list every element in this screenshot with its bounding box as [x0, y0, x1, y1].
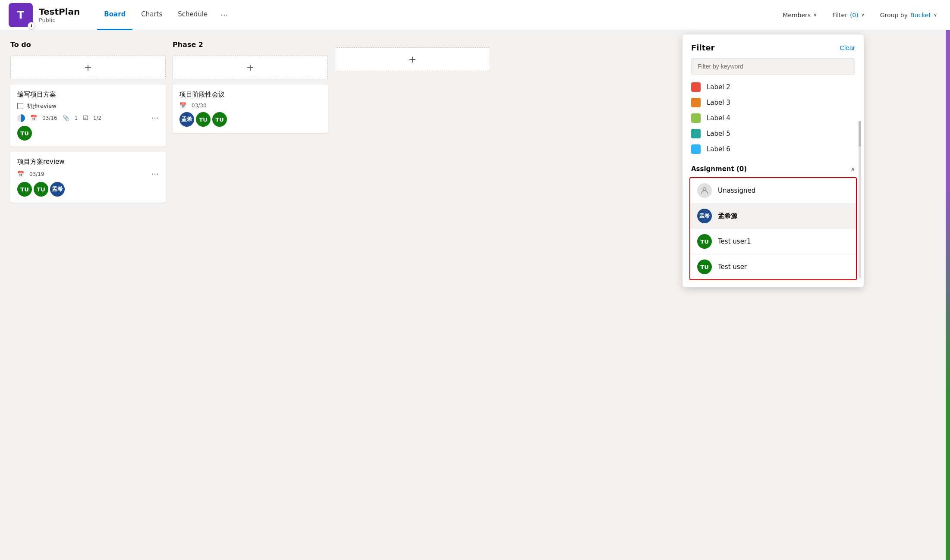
filter-scrollbar-thumb	[859, 121, 861, 147]
checkbox-icon[interactable]	[17, 103, 23, 109]
unassigned-icon	[697, 183, 712, 198]
filter-button[interactable]: Filter (0) ∨	[828, 9, 869, 21]
task-card-3: 项目阶段性会议 📅 03/30 孟希 TU TU	[173, 84, 328, 133]
filter-count: (0)	[850, 12, 859, 19]
plan-title: TestPlan	[39, 6, 80, 17]
topbar: T i TestPlan Public Board Charts Schedul…	[0, 0, 950, 30]
assignment-testuser1-label: Test user1	[718, 238, 751, 245]
task-card-3-avatars: 孟希 TU TU	[179, 112, 321, 127]
groupby-label: Group by	[880, 12, 908, 19]
task-card-1-checkbox-label: 初步review	[27, 102, 57, 110]
task-card-3-meta: 📅 03/30	[179, 102, 321, 109]
tab-board[interactable]: Board	[97, 0, 132, 30]
task-card-1-more-button[interactable]: ···	[151, 113, 159, 122]
attachment-icon: 📎	[63, 115, 69, 121]
filter-scrollbar[interactable]	[859, 121, 861, 278]
bucket-phase2: Phase 2 + 项目阶段性会议 📅 03/30 孟希 TU TU	[173, 39, 328, 133]
avatar-tu-1: TU	[17, 182, 32, 197]
assignment-chevron-icon: ∧	[851, 166, 855, 172]
nav-tabs: Board Charts Schedule ···	[97, 0, 232, 30]
groupby-button[interactable]: Group by Bucket ∨	[876, 9, 941, 21]
tab-charts[interactable]: Charts	[134, 0, 169, 30]
task-card-3-date: 03/30	[192, 103, 207, 109]
task-card-2-more-button[interactable]: ···	[151, 169, 159, 178]
calendar-icon-3: 📅	[179, 102, 186, 109]
assignment-item-unassigned[interactable]: Unassigned	[690, 178, 856, 203]
task-card-1-checkbox-row: 初步review	[17, 102, 159, 110]
assignment-mengxiyuan-label: 孟希源	[718, 212, 737, 220]
topbar-actions: Members ∨ Filter (0) ∨ Group by Bucket ∨	[778, 9, 941, 21]
label-5-dot	[691, 129, 701, 138]
task-card-1-date: 03/16	[42, 115, 57, 121]
filter-panel: Filter Clear Label 2 Label 3 Label 4 Lab…	[683, 34, 864, 287]
avatar-tu-3b: TU	[212, 112, 227, 127]
groupby-chevron-icon: ∨	[934, 12, 937, 18]
task-card-1-avatars: TU	[17, 126, 159, 141]
members-button[interactable]: Members ∨	[778, 9, 821, 21]
info-badge: i	[28, 22, 35, 30]
avatar-mengxiyuan: 孟希	[697, 209, 712, 223]
filter-chevron-icon: ∨	[861, 12, 865, 18]
task-card-3-title[interactable]: 项目阶段性会议	[179, 91, 321, 99]
avatar-tu-2: TU	[34, 182, 48, 197]
assignment-section: Assignment (0) ∧ Unassigned 孟希 孟希源 TU Te	[683, 161, 864, 280]
task-card-1-title[interactable]: 编写项目方案	[17, 91, 159, 99]
groupby-value: Bucket	[910, 12, 931, 19]
label-6-text: Label 6	[707, 145, 730, 153]
task-card-1-check: 1/2	[93, 115, 101, 121]
assignment-item-testuser1[interactable]: TU Test user1	[690, 229, 856, 254]
bucket-phase3-title	[335, 39, 490, 42]
label-list: Label 2 Label 3 Label 4 Label 5 Label 6	[683, 80, 864, 156]
label-2-text: Label 2	[707, 83, 730, 91]
avatar-mengxi: 孟希	[50, 182, 65, 197]
plan-info: TestPlan Public	[39, 6, 80, 23]
assignment-title: Assignment (0)	[691, 165, 747, 173]
check-icon: ☑	[83, 115, 88, 121]
members-label: Members	[783, 12, 811, 19]
label-3-dot	[691, 98, 701, 107]
add-task-phase2-button[interactable]: +	[173, 56, 328, 79]
label-2-dot	[691, 82, 701, 92]
task-card-2: 项目方案review 📅 03/19 ··· TU TU 孟希	[10, 152, 166, 203]
filter-search-input[interactable]	[691, 58, 855, 75]
assignment-testuser-label: Test user	[718, 263, 747, 271]
task-card-1-attach: 1	[75, 115, 78, 121]
label-item-5[interactable]: Label 5	[691, 126, 855, 141]
add-task-phase3-button[interactable]: +	[335, 47, 490, 71]
assignment-list: Unassigned 孟希 孟希源 TU Test user1 TU Test …	[689, 177, 857, 280]
filter-panel-header: Filter Clear	[683, 43, 864, 58]
bucket-todo-title: To do	[10, 39, 166, 50]
label-3-text: Label 3	[707, 99, 730, 106]
task-card-1-meta: 📅 03/16 📎 1 ☑ 1/2 ···	[17, 113, 159, 122]
task-card-2-title[interactable]: 项目方案review	[17, 158, 159, 166]
tab-schedule[interactable]: Schedule	[171, 0, 214, 30]
avatar-testuser1: TU	[697, 234, 712, 249]
task-card-2-avatars: TU TU 孟希	[17, 182, 159, 197]
bucket-todo: To do + 编写项目方案 初步review 📅 03/16 📎 1 ☑ 1/…	[10, 39, 166, 203]
assignment-item-mengxiyuan[interactable]: 孟希 孟希源	[690, 203, 856, 229]
members-chevron-icon: ∨	[813, 12, 817, 18]
label-item-4[interactable]: Label 4	[691, 111, 855, 125]
label-5-text: Label 5	[707, 130, 730, 138]
add-task-todo-button[interactable]: +	[10, 56, 166, 79]
nav-more-button[interactable]: ···	[216, 7, 232, 23]
filter-panel-title: Filter	[691, 43, 714, 52]
filter-label: Filter	[832, 12, 847, 19]
label-item-6[interactable]: Label 6	[691, 142, 855, 156]
label-6-dot	[691, 144, 701, 154]
assignment-unassigned-label: Unassigned	[718, 187, 755, 194]
label-4-dot	[691, 113, 701, 123]
assignment-header[interactable]: Assignment (0) ∧	[683, 161, 864, 177]
label-item-3[interactable]: Label 3	[691, 95, 855, 110]
logo-letter: T	[17, 9, 24, 21]
app-logo: T i	[9, 3, 33, 27]
plan-subtitle: Public	[39, 17, 80, 23]
filter-clear-button[interactable]: Clear	[840, 44, 855, 51]
task-card-1: 编写项目方案 初步review 📅 03/16 📎 1 ☑ 1/2 ··· TU	[10, 84, 166, 147]
label-item-2[interactable]: Label 2	[691, 80, 855, 94]
label-4-text: Label 4	[707, 114, 730, 122]
avatar-mengxi-3: 孟希	[179, 112, 194, 127]
calendar-icon: 📅	[30, 115, 37, 121]
assignment-item-testuser[interactable]: TU Test user	[690, 254, 856, 279]
bucket-phase3: +	[335, 39, 490, 71]
